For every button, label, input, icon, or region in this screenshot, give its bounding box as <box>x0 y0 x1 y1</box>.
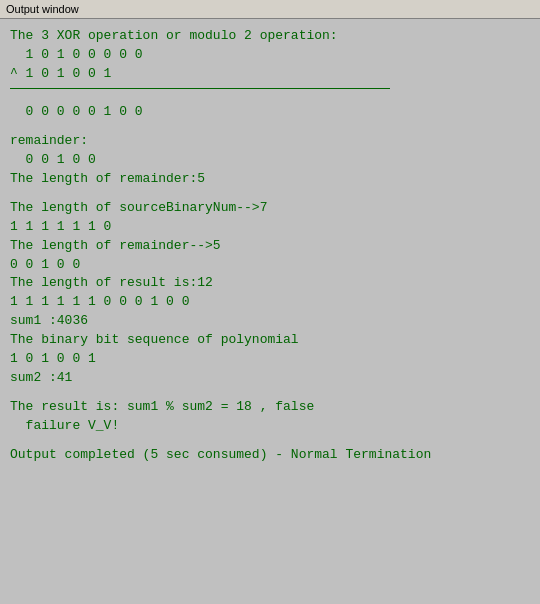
output-line <box>10 93 530 103</box>
output-line: sum2 :41 <box>10 369 530 388</box>
output-window: The 3 XOR operation or modulo 2 operatio… <box>0 19 540 601</box>
output-line: The length of sourceBinaryNum-->7 <box>10 199 530 218</box>
output-line: 1 0 1 0 0 0 0 0 <box>10 46 530 65</box>
output-line: remainder: <box>10 132 530 151</box>
output-line: 0 0 1 0 0 <box>10 256 530 275</box>
output-line <box>10 436 530 446</box>
output-line: 0 0 0 0 0 1 0 0 <box>10 103 530 122</box>
title-label: Output window <box>6 3 79 15</box>
title-bar: Output window <box>0 0 540 19</box>
output-line: The result is: sum1 % sum2 = 18 , false <box>10 398 530 417</box>
output-line: Output completed (5 sec consumed) - Norm… <box>10 446 530 465</box>
output-line: The 3 XOR operation or modulo 2 operatio… <box>10 27 530 46</box>
output-line <box>10 189 530 199</box>
output-line: ^ 1 0 1 0 0 1 <box>10 65 530 84</box>
output-line: The length of remainder:5 <box>10 170 530 189</box>
output-line: The binary bit sequence of polynomial <box>10 331 530 350</box>
output-line: 1 1 1 1 1 1 0 0 0 1 0 0 <box>10 293 530 312</box>
output-line: 0 0 1 0 0 <box>10 151 530 170</box>
output-line <box>10 122 530 132</box>
output-line: The length of remainder-->5 <box>10 237 530 256</box>
output-line: 1 1 1 1 1 1 0 <box>10 218 530 237</box>
separator-line <box>10 88 390 89</box>
output-line <box>10 388 530 398</box>
output-line: sum1 :4036 <box>10 312 530 331</box>
output-line: 1 0 1 0 0 1 <box>10 350 530 369</box>
output-line: The length of result is:12 <box>10 274 530 293</box>
output-line: failure V_V! <box>10 417 530 436</box>
